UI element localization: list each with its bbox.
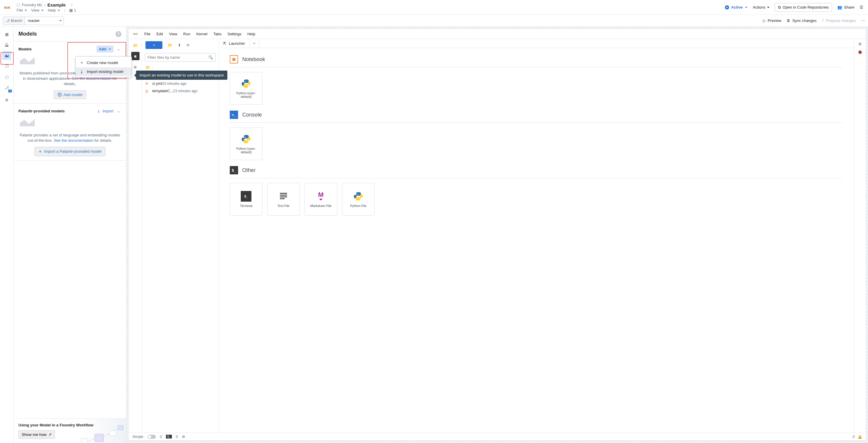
branch-icon: ⎇ (6, 19, 10, 23)
jup-property-inspector-icon[interactable]: ⚙ (858, 42, 862, 46)
file-type-icon: Y: (146, 82, 150, 86)
rail-grid-icon[interactable]: ▦ (2, 30, 11, 39)
share-button[interactable]: 👥 Share (837, 5, 854, 9)
terminal-card[interactable]: $_ Terminal (230, 183, 262, 215)
new-tab-button[interactable]: ＋ (249, 39, 259, 48)
notebook-section-title: Notebook (242, 56, 265, 63)
rail-cube-icon[interactable]: ❒ (2, 62, 11, 71)
svg-rect-4 (110, 431, 116, 436)
more-options-button[interactable]: ⋯ (861, 19, 865, 23)
file-name: ci.yml23 minutes ago (152, 81, 215, 86)
notebook-python-card[interactable]: Python [user-default] (230, 72, 262, 105)
show-me-how-button[interactable]: Show me how ↗ (19, 430, 55, 439)
svg-rect-5 (118, 425, 123, 430)
models-section-collapse-icon[interactable]: ⌄ (116, 46, 121, 53)
jup-menu-file[interactable]: File (144, 32, 151, 36)
sync-changes-button[interactable]: 🗎Sync changes (787, 19, 817, 23)
svg-text:M: M (318, 191, 323, 198)
file-name: templateC...23 minutes ago (152, 89, 215, 93)
import-palantir-dropdown[interactable]: ⭳Import (97, 109, 114, 113)
notification-bell-icon[interactable]: 🔔 (858, 435, 862, 439)
external-icon: ↗ (49, 432, 52, 437)
jup-root-folder-icon[interactable]: 📁 (146, 65, 150, 70)
propose-changes-button[interactable]: ⤴Propose changes (822, 19, 856, 23)
jup-filter-input[interactable] (145, 54, 206, 61)
jup-debugger-icon[interactable]: 🐞 (858, 50, 862, 54)
jup-menu-view[interactable]: View (169, 32, 177, 36)
terminal-status-icon[interactable]: $_ (166, 435, 172, 439)
rail-presentation-icon[interactable]: ▢ (2, 72, 11, 81)
workspace-status[interactable]: Active (724, 5, 747, 10)
kernel-status-icon[interactable]: ⚙ (182, 435, 185, 439)
console-section-icon: >_ (230, 111, 238, 119)
breadcrumb-title: Example (48, 2, 66, 7)
plus-circle-icon (58, 93, 62, 97)
file-modified: 23 minutes ago (162, 81, 186, 86)
add-model-dropdown-button[interactable]: Add (96, 46, 114, 53)
jup-menu-kernel[interactable]: Kernel (196, 32, 208, 36)
jup-new-folder-icon[interactable]: 📁 (168, 43, 173, 47)
jup-menu-run[interactable]: Run (183, 32, 190, 36)
star-icon[interactable]: ☆ (70, 3, 73, 7)
preview-button[interactable]: ▷Preview (763, 19, 781, 23)
help-icon[interactable]: ? (116, 31, 121, 37)
import-existing-model-item[interactable]: ⭳ Import existing model (76, 67, 131, 76)
pythonfile-card[interactable]: Python File (342, 183, 375, 215)
markdown-icon: M (315, 191, 326, 202)
open-code-repositories-button[interactable]: ⧉ Open in Code Repositories (775, 3, 832, 12)
jup-menu-tabs[interactable]: Tabs (213, 32, 221, 36)
jup-upload-icon[interactable]: ⬆ (178, 43, 181, 47)
rail-settings-icon[interactable]: ⚙ (2, 96, 11, 104)
jup-refresh-icon[interactable]: ⟳ (186, 43, 190, 47)
menu-divider: | (64, 8, 65, 12)
branch-selector[interactable]: ⎇Branch master (3, 16, 64, 25)
preview-icon: ▷ (763, 19, 766, 23)
create-new-model-item[interactable]: ＋ Create new model (76, 58, 131, 67)
palantir-section-collapse-icon[interactable]: ⌄ (116, 108, 121, 114)
terminal-icon: $_ (241, 191, 251, 202)
status-count-2: 0 (176, 435, 178, 439)
file-type-icon: {} (146, 89, 150, 93)
palantir-doc-link[interactable]: See the documentation (54, 138, 94, 143)
import-palantir-model-button[interactable]: ＋ Import a Palantir-provided model (34, 147, 105, 156)
rail-branch-icon[interactable]: ⎇3 (2, 83, 11, 92)
plus-icon: ＋ (38, 149, 42, 154)
view-menu[interactable]: View (31, 8, 44, 12)
sync-icon: 🗎 (787, 19, 790, 23)
download-icon: ⭳ (97, 109, 101, 113)
launcher-tab[interactable]: ⇱Launcher (219, 39, 249, 48)
actions-menu[interactable]: Actions (753, 5, 770, 9)
jup-menu-settings[interactable]: Settings (227, 32, 241, 36)
python-icon (241, 134, 251, 144)
palantir-empty-illustration (19, 117, 36, 128)
file-modified: 23 minutes ago (173, 89, 197, 93)
other-section-icon: $_ (230, 166, 238, 174)
plus-icon: ＋ (80, 60, 84, 65)
add-model-dropdown-menu: ＋ Create new model ⭳ Import existing mod… (75, 56, 132, 77)
breadcrumb-parent[interactable]: Foundry ML (22, 3, 42, 7)
simple-mode-toggle[interactable] (148, 435, 156, 439)
viewers-count[interactable]: ▦ 1 (69, 8, 76, 12)
jup-menu-edit[interactable]: Edit (156, 32, 163, 36)
jup-folder-icon[interactable]: 📁 (131, 41, 140, 49)
help-menu[interactable]: Help (48, 8, 60, 12)
python-icon (353, 191, 364, 202)
palantir-description: Palantir provides a set of language and … (19, 131, 121, 147)
console-python-card[interactable]: Python [user-default] (230, 128, 262, 160)
jup-menu-help[interactable]: Help (247, 32, 255, 36)
jup-toc-icon[interactable]: ≣ (131, 63, 140, 71)
textfile-card[interactable]: Text File (267, 183, 300, 215)
file-row[interactable]: {}templateC...23 minutes ago (142, 87, 219, 95)
file-row[interactable]: Y:ci.yml23 minutes ago (142, 80, 219, 87)
add-model-button[interactable]: Add model (54, 91, 86, 99)
jup-running-terminals-icon[interactable]: ▣ (131, 52, 140, 60)
textfile-icon (278, 191, 289, 202)
jup-new-launcher-button[interactable]: ＋ (146, 41, 162, 49)
search-icon: 🔍 (206, 55, 216, 60)
sidebar-title: Models (19, 31, 37, 37)
markdown-card[interactable]: M Markdown File (305, 183, 337, 215)
properties-icon[interactable]: ☰ (860, 5, 863, 9)
file-menu[interactable]: File (17, 8, 27, 12)
other-section-title: Other (242, 167, 256, 173)
rail-package-icon[interactable]: 🗳 (2, 40, 11, 49)
